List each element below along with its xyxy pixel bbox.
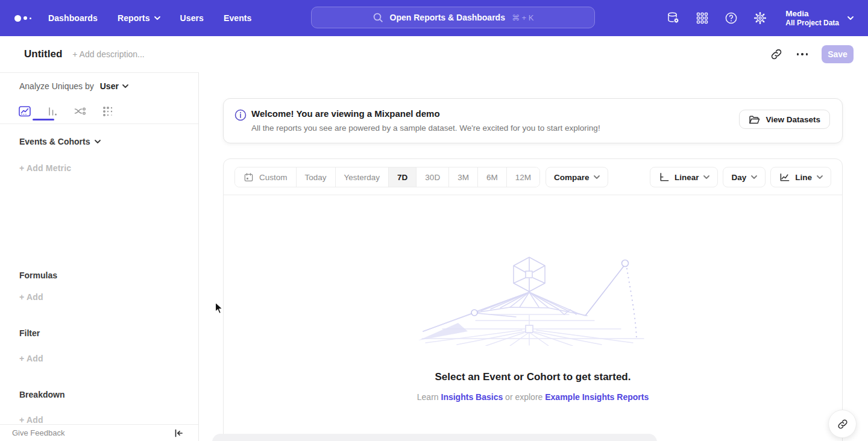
search-placeholder: Open Reports & Dashboards (390, 13, 505, 22)
project-switcher[interactable]: Media All Project Data (785, 8, 854, 28)
scale-selector-button[interactable]: Linear (650, 167, 719, 187)
floating-share-link-button[interactable] (828, 410, 857, 438)
chevron-down-icon (751, 175, 757, 179)
breakdown-section-header: Breakdown (19, 390, 64, 399)
formulas-section-header: Formulas (19, 271, 57, 280)
analyze-uniques-row: Analyze Uniques by User (19, 81, 128, 91)
date-range-6m[interactable]: 6M (478, 167, 507, 187)
empty-state: Select an Event or Cohort to get started… (224, 254, 842, 402)
link-icon (837, 418, 849, 430)
compare-button[interactable]: Compare (546, 167, 609, 187)
calendar-icon (244, 172, 254, 183)
search-shortcut-hint: ⌘ + K (512, 13, 534, 22)
events-cohorts-section-header[interactable]: Events & Cohorts (19, 137, 101, 146)
info-icon (234, 109, 247, 121)
nav-item-dashboards-label: Dashboards (48, 13, 98, 23)
report-header: Untitled + Add description... Save (0, 36, 868, 72)
chevron-down-icon (95, 140, 101, 143)
empty-state-illustration (418, 254, 647, 346)
tab-flows[interactable] (74, 105, 88, 119)
project-name: Media (785, 8, 839, 19)
date-range-custom[interactable]: Custom (235, 167, 297, 187)
chevron-down-icon (703, 175, 709, 179)
give-feedback-link[interactable]: Give Feedback (12, 428, 64, 437)
nav-item-reports[interactable]: Reports (118, 13, 160, 23)
report-header-actions: Save (770, 45, 868, 63)
scale-label: Linear (675, 173, 699, 182)
tab-retention[interactable] (101, 105, 116, 119)
report-title[interactable]: Untitled (24, 48, 62, 60)
granularity-label: Day (731, 173, 746, 182)
date-range-7d[interactable]: 7D (389, 167, 417, 187)
empty-state-title: Select an Event or Cohort to get started… (435, 371, 631, 383)
formulas-label: Formulas (19, 271, 57, 280)
nav-item-dashboards[interactable]: Dashboards (48, 13, 98, 23)
date-range-custom-label: Custom (259, 173, 288, 182)
report-controls-row: Custom Today Yesterday 7D 30D 3M 6M 12M … (224, 159, 842, 195)
granularity-selector-button[interactable]: Day (723, 167, 766, 187)
filter-label: Filter (19, 328, 40, 338)
example-insights-reports-link[interactable]: Example Insights Reports (545, 392, 649, 402)
report-description-placeholder[interactable]: + Add description... (72, 49, 144, 59)
bottom-sheet-edge (212, 434, 657, 441)
apps-grid-icon[interactable] (695, 11, 709, 25)
project-scope: All Project Data (785, 19, 839, 28)
global-search-bar[interactable]: Open Reports & Dashboards ⌘ + K (311, 7, 595, 28)
mixpanel-logo[interactable] (14, 0, 31, 36)
banner-body: All the reports you see are powered by a… (251, 124, 600, 133)
data-management-icon[interactable] (666, 11, 681, 25)
date-range-3m[interactable]: 3M (449, 167, 478, 187)
top-navbar: Dashboards Reports Users Events Open Rep… (0, 0, 868, 36)
analyze-by-dropdown[interactable]: User (100, 81, 128, 91)
save-button[interactable]: Save (822, 45, 854, 63)
line-chart-icon (779, 172, 790, 183)
insights-basics-link[interactable]: Insights Basics (441, 392, 503, 402)
learn-prefix: Learn (417, 392, 439, 402)
tab-bar-chart[interactable] (46, 105, 60, 119)
date-range-12m[interactable]: 12M (507, 167, 539, 187)
date-range-30d[interactable]: 30D (417, 167, 449, 187)
settings-gear-icon[interactable] (753, 11, 767, 25)
main-content: Welcome! You are viewing a Mixpanel demo… (199, 72, 868, 441)
chevron-down-icon (594, 175, 600, 179)
compare-label: Compare (554, 173, 590, 182)
add-breakdown-button[interactable]: + Add (19, 415, 43, 425)
chevron-down-icon (817, 175, 823, 179)
date-range-today[interactable]: Today (297, 167, 336, 187)
view-datasets-button[interactable]: View Datasets (739, 110, 830, 129)
collapse-sidebar-icon[interactable] (173, 428, 184, 439)
search-icon (373, 12, 383, 23)
nav-item-reports-label: Reports (118, 13, 150, 23)
primary-nav: Dashboards Reports Users Events (48, 0, 251, 36)
query-builder-sidebar: Analyze Uniques by User (0, 72, 199, 441)
chevron-down-icon (848, 16, 854, 20)
insights-report-card: Custom Today Yesterday 7D 30D 3M 6M 12M … (223, 158, 843, 441)
nav-item-users[interactable]: Users (180, 13, 204, 23)
analyze-by-value: User (100, 81, 119, 91)
nav-item-events-label: Events (224, 13, 252, 23)
navbar-right-cluster: Media All Project Data (666, 0, 868, 36)
events-cohorts-label: Events & Cohorts (19, 137, 90, 146)
chart-type-selector-button[interactable]: Line (770, 167, 831, 187)
tab-insights-chart[interactable] (18, 105, 33, 119)
copy-link-icon[interactable] (770, 48, 783, 61)
nav-item-events[interactable]: Events (224, 13, 252, 23)
mixpanel-insights-page: Dashboards Reports Users Events Open Rep… (0, 0, 868, 441)
chart-type-label: Line (795, 173, 812, 182)
chevron-down-icon (154, 16, 160, 20)
mouse-cursor (215, 302, 224, 314)
add-formula-button[interactable]: + Add (19, 292, 43, 302)
help-icon[interactable] (724, 11, 738, 25)
date-range-yesterday[interactable]: Yesterday (336, 167, 389, 187)
chevron-down-icon (122, 84, 128, 88)
demo-welcome-banner: Welcome! You are viewing a Mixpanel demo… (223, 98, 843, 143)
controls-divider (224, 195, 842, 195)
analyze-prefix-label: Analyze Uniques by (19, 81, 94, 91)
folder-open-icon (749, 114, 760, 125)
more-options-button[interactable] (796, 49, 810, 59)
banner-title: Welcome! You are viewing a Mixpanel demo (251, 108, 440, 119)
date-range-segmented-control: Custom Today Yesterday 7D 30D 3M 6M 12M (234, 167, 540, 187)
add-filter-button[interactable]: + Add (19, 354, 43, 363)
add-metric-button[interactable]: + Add Metric (19, 163, 71, 173)
chart-display-controls: Linear Day Line (650, 167, 831, 187)
